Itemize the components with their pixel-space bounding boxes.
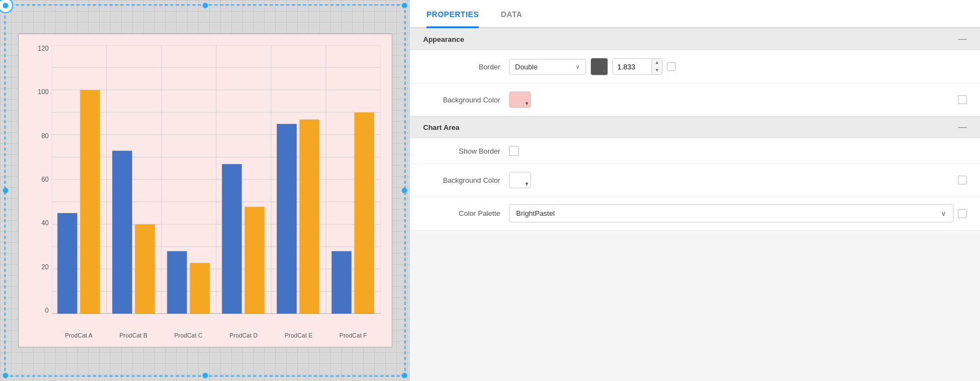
color-palette-dropdown[interactable]: BrightPastel ∨ [509,204,954,222]
tab-properties[interactable]: PROPERTIES [426,0,479,28]
y-label-0: 0 [45,307,49,314]
y-label-100: 100 [37,89,48,95]
x-label-f: ProdCat F [340,332,367,339]
border-color-swatch[interactable]: ▼ [590,58,608,75]
chart-area-bg-color-arrow: ▼ [524,181,529,187]
chart-area-bg-color-label: Background Color [423,176,500,184]
show-border-checkbox[interactable] [509,146,519,156]
move-handle[interactable]: ⊕ [0,0,13,13]
y-label-20: 20 [41,264,48,270]
x-label-b: ProdCat B [119,332,147,339]
handle-bottom-left[interactable] [3,373,8,378]
appearance-bg-color-swatch[interactable]: ▼ [509,91,531,108]
appearance-bg-color-label: Background Color [423,96,500,104]
y-label-40: 40 [41,220,48,226]
chart-area-section-header: Chart Area — [410,116,980,138]
handle-top-middle[interactable] [202,3,208,8]
show-border-label: Show Border [423,147,500,155]
svg-rect-27 [244,207,264,314]
svg-rect-29 [299,119,319,314]
svg-rect-22 [112,151,132,314]
color-palette-value: BrightPastel [516,209,555,217]
border-checkbox[interactable] [667,62,676,71]
handle-top-right[interactable] [402,3,407,8]
show-border-controls [509,146,967,156]
border-row: Border Double ∨ ▼ ▲ ▼ [410,50,980,84]
appearance-bg-color-controls: ▼ [509,91,967,108]
chart-area-bg-color-swatch[interactable]: ▼ [509,172,531,188]
tabs-bar: PROPERTIES DATA [410,0,980,28]
svg-rect-24 [167,251,187,314]
svg-rect-31 [354,112,374,314]
border-label: Border [423,63,500,71]
border-width-input-wrap: ▲ ▼ [612,58,663,74]
y-label-120: 120 [37,45,48,52]
y-axis: 120 100 80 60 40 20 0 [24,45,49,314]
chart-area-title: Chart Area [423,123,459,132]
handle-middle-left[interactable] [3,188,8,193]
border-style-dropdown[interactable]: Double ∨ [509,59,586,75]
border-width-spinners: ▲ ▼ [651,59,662,74]
y-label-60: 60 [41,176,48,183]
border-controls: Double ∨ ▼ ▲ ▼ [509,58,967,75]
x-label-d: ProdCat D [229,332,258,339]
border-color-arrow: ▼ [602,69,606,74]
svg-rect-25 [189,263,209,314]
svg-rect-21 [80,90,100,314]
show-border-row: Show Border [410,138,980,164]
chart-inner: 120 100 80 60 40 20 0 [52,45,381,314]
x-label-c: ProdCat C [174,332,202,339]
color-palette-label: Color Palette [423,209,500,217]
color-palette-row: Color Palette BrightPastel ∨ [410,197,980,231]
svg-rect-23 [135,224,155,314]
handle-top-left[interactable] [3,3,8,8]
handle-middle-right[interactable] [402,188,407,193]
svg-rect-30 [331,251,351,314]
svg-rect-28 [277,124,297,314]
border-style-value: Double [515,63,538,71]
chart-area-bg-color-controls: ▼ [509,172,967,188]
appearance-bg-color-row: Background Color ▼ [410,84,980,116]
handle-bottom-right[interactable] [402,373,407,378]
x-axis: ProdCat A ProdCat B ProdCat C ProdCat D … [52,332,381,339]
appearance-section-header: Appearance — [410,28,980,50]
chart-svg [52,45,381,314]
chart-container: 120 100 80 60 40 20 0 [18,34,392,347]
color-palette-checkbox[interactable] [958,209,967,218]
svg-rect-26 [222,164,242,314]
appearance-collapse-icon[interactable]: — [958,34,967,44]
y-label-80: 80 [41,133,48,139]
x-label-a: ProdCat A [65,332,92,339]
properties-panel: Appearance — Border Double ∨ ▼ ▲ ▼ [410,28,980,381]
chart-area-bg-color-checkbox[interactable] [958,176,967,184]
chart-area-bg-color-row: Background Color ▼ [410,164,980,197]
handle-bottom-middle[interactable] [202,373,208,378]
tab-data[interactable]: DATA [501,0,522,28]
color-palette-controls: BrightPastel ∨ [509,204,967,222]
x-label-e: ProdCat E [284,332,313,339]
right-panel: PROPERTIES DATA Appearance — Border Doub… [410,0,980,381]
color-palette-arrow: ∨ [941,209,946,217]
border-width-input[interactable] [613,59,651,74]
canvas-area: ⊕ 120 100 80 60 40 20 0 [0,0,410,381]
appearance-bg-color-arrow: ▼ [524,101,529,106]
svg-rect-20 [57,213,77,314]
border-style-arrow: ∨ [576,63,580,70]
appearance-bg-color-checkbox[interactable] [958,95,967,104]
border-width-down[interactable]: ▼ [652,67,662,74]
appearance-title: Appearance [423,35,464,43]
chart-area-collapse-icon[interactable]: — [958,122,967,132]
border-width-up[interactable]: ▲ [652,59,662,67]
